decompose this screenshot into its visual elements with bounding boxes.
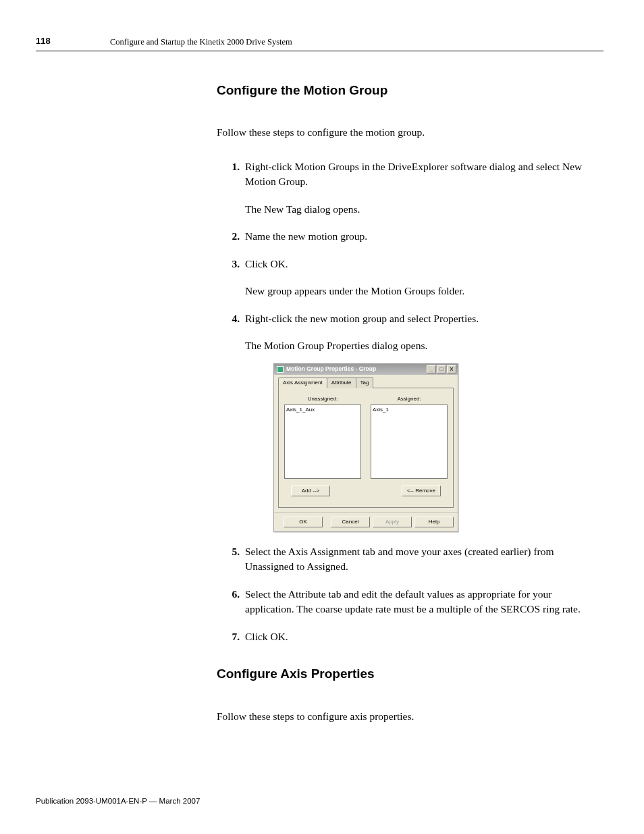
tab-row: Axis Assignment Attribute Tag (278, 377, 454, 389)
apply-button[interactable]: Apply (373, 517, 412, 527)
step-text: Right-click Motion Groups in the DriveEx… (245, 161, 582, 187)
step-note: The Motion Group Properties dialog opens… (245, 338, 603, 353)
assigned-label: Assigned: (397, 395, 421, 403)
step-1: Right-click Motion Groups in the DriveEx… (242, 159, 603, 217)
help-button[interactable]: Help (414, 517, 454, 527)
step-2: Name the new motion group. (242, 229, 603, 244)
step-text: Name the new motion group. (245, 230, 367, 242)
running-title: Configure and Startup the Kinetix 2000 D… (110, 36, 292, 48)
page-header: 118 Configure and Startup the Kinetix 20… (36, 35, 603, 51)
list-item[interactable]: Axis_1_Aux (286, 406, 359, 414)
tab-panel: Unassigned: Axis_1_Aux Assigned: Axis_1 (278, 388, 454, 508)
tab-axis-assignment[interactable]: Axis Assignment (278, 377, 327, 389)
section-heading-configure-axis-properties: Configure Axis Properties (217, 664, 603, 683)
step-note: New group appears under the Motion Group… (245, 284, 603, 298)
dialog-title-text: Motion Group Properties - Group (286, 365, 376, 373)
intro-text: Follow these steps to configure axis pro… (217, 709, 603, 724)
step-note: The New Tag dialog opens. (245, 202, 603, 217)
unassigned-label: Unassigned: (308, 395, 338, 403)
close-icon[interactable]: X (447, 365, 456, 373)
page-number: 118 (36, 35, 110, 48)
add-button[interactable]: Add --> (291, 486, 330, 496)
list-item[interactable]: Axis_1 (373, 406, 446, 414)
minimize-icon[interactable]: _ (427, 365, 436, 373)
tab-tag[interactable]: Tag (356, 377, 374, 389)
step-text: Click OK. (245, 631, 288, 642)
step-7: Click OK. (242, 629, 603, 644)
unassigned-listbox[interactable]: Axis_1_Aux (284, 405, 361, 479)
step-text: Right-click the new motion group and sel… (245, 313, 479, 324)
step-4: Right-click the new motion group and sel… (242, 311, 603, 532)
motion-group-properties-dialog: Motion Group Properties - Group _ □ X Ax… (273, 363, 458, 532)
steps-list: Right-click Motion Groups in the DriveEx… (217, 159, 603, 644)
intro-text: Follow these steps to configure the moti… (217, 125, 603, 140)
step-text: Select the Axis Assignment tab and move … (245, 546, 554, 572)
step-text: Select the Attribute tab and edit the de… (245, 588, 581, 615)
assigned-listbox[interactable]: Axis_1 (371, 405, 448, 479)
dialog-app-icon (277, 366, 284, 373)
step-text: Click OK. (245, 258, 288, 269)
step-6: Select the Attribute tab and edit the de… (242, 587, 603, 617)
tab-attribute[interactable]: Attribute (327, 377, 356, 389)
cancel-button[interactable]: Cancel (331, 517, 370, 527)
ok-button[interactable]: OK (284, 517, 323, 527)
step-5: Select the Axis Assignment tab and move … (242, 544, 603, 575)
publication-footer: Publication 2093-UM001A-EN-P — March 200… (36, 796, 200, 807)
step-3: Click OK. New group appears under the Mo… (242, 257, 603, 299)
remove-button[interactable]: <-- Remove (402, 486, 441, 496)
maximize-icon[interactable]: □ (437, 365, 446, 373)
section-heading-configure-motion-group: Configure the Motion Group (217, 81, 603, 100)
dialog-title-bar[interactable]: Motion Group Properties - Group _ □ X (274, 364, 458, 375)
